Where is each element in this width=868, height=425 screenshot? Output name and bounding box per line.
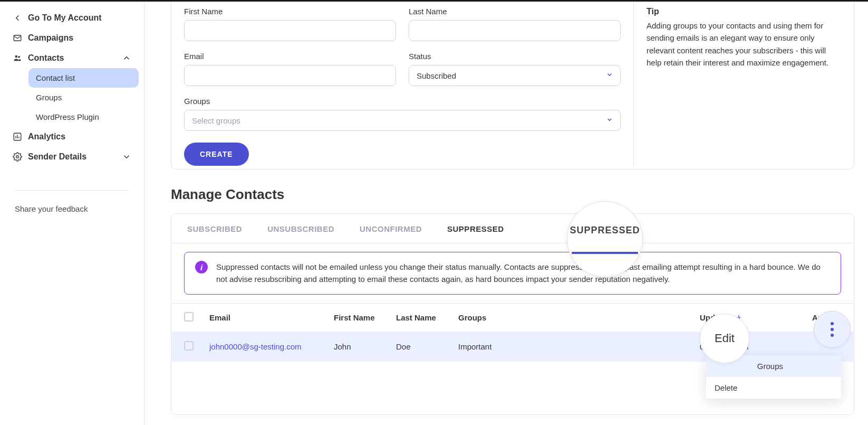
nav-contacts[interactable]: Contacts bbox=[5, 48, 139, 68]
groups-select[interactable]: Select groups bbox=[184, 110, 621, 131]
create-button[interactable]: CREATE bbox=[184, 143, 249, 166]
first-name-input[interactable] bbox=[184, 20, 396, 41]
kebab-icon bbox=[831, 322, 834, 337]
first-name-field: First Name bbox=[184, 7, 396, 41]
tab-unconfirmed[interactable]: UNCONFIRMED bbox=[356, 214, 425, 243]
sub-groups[interactable]: Groups bbox=[28, 88, 139, 107]
sender-details-label: Sender Details bbox=[28, 152, 86, 162]
chevron-up-icon bbox=[122, 53, 131, 63]
main-content: First Name Last Name Email Status bbox=[144, 2, 868, 425]
tip-card: Tip Adding groups to your contacts and u… bbox=[633, 2, 841, 166]
info-banner: i Suppressed contacts will not be emaile… bbox=[184, 252, 841, 295]
tab-suppressed[interactable]: SUPPRESSED bbox=[444, 214, 507, 243]
row-last-name: Doe bbox=[396, 342, 458, 351]
last-name-input[interactable] bbox=[409, 20, 621, 41]
svg-point-4 bbox=[16, 156, 19, 158]
groups-field: Groups Select groups bbox=[184, 97, 621, 131]
tabs: SUBSCRIBED UNSUBSCRIBED UNCONFIRMED SUPP… bbox=[171, 214, 854, 243]
select-all-checkbox[interactable] bbox=[184, 312, 194, 322]
magnifier-text: SUPPRESSED bbox=[570, 225, 640, 236]
svg-point-2 bbox=[18, 56, 20, 58]
last-name-field: Last Name bbox=[409, 7, 621, 41]
row-actions-button[interactable] bbox=[814, 311, 851, 348]
header-first-name[interactable]: First Name bbox=[334, 313, 396, 322]
status-label: Status bbox=[409, 52, 621, 61]
nav-sender-details[interactable]: Sender Details bbox=[5, 147, 139, 167]
edit-bubble-text: Edit bbox=[715, 332, 735, 345]
sidebar: Go To My Account Campaigns Contacts Cont… bbox=[0, 2, 144, 425]
manage-contacts-title: Manage Contacts bbox=[171, 186, 854, 203]
analytics-label: Analytics bbox=[28, 132, 65, 141]
first-name-label: First Name bbox=[184, 7, 396, 16]
edit-highlight-bubble: Edit bbox=[700, 314, 749, 363]
back-to-account[interactable]: Go To My Account bbox=[5, 8, 139, 28]
menu-delete[interactable]: Delete bbox=[706, 377, 841, 399]
campaigns-label: Campaigns bbox=[28, 33, 73, 43]
sub-wordpress-plugin[interactable]: WordPress Plugin bbox=[28, 107, 139, 127]
status-value: Subscribed bbox=[417, 71, 456, 80]
email-field: Email bbox=[184, 52, 396, 86]
tab-unsubscribed[interactable]: UNSUBSCRIBED bbox=[264, 214, 337, 243]
magnifier-underline bbox=[572, 252, 638, 254]
header-groups[interactable]: Groups bbox=[458, 313, 700, 322]
sub-contact-list[interactable]: Contact list bbox=[28, 68, 139, 88]
contacts-table: Email First Name Last Name Groups Update… bbox=[171, 303, 854, 362]
nav-campaigns[interactable]: Campaigns bbox=[5, 28, 139, 48]
feedback-link[interactable]: Share your feedback bbox=[15, 190, 129, 219]
info-icon: i bbox=[195, 261, 208, 273]
row-email[interactable]: john0000@sg-testing.com bbox=[209, 342, 302, 351]
mail-icon bbox=[13, 33, 22, 43]
row-groups: Important bbox=[458, 342, 700, 351]
email-label: Email bbox=[184, 52, 396, 61]
row-first-name: John bbox=[334, 342, 396, 351]
groups-placeholder: Select groups bbox=[192, 116, 240, 125]
magnifier-highlight: SUPPRESSED bbox=[567, 201, 643, 277]
contacts-submenu: Contact list Groups WordPress Plugin bbox=[5, 68, 139, 127]
last-name-label: Last Name bbox=[409, 7, 621, 16]
nav-analytics[interactable]: Analytics bbox=[5, 127, 139, 147]
tab-subscribed[interactable]: SUBSCRIBED bbox=[184, 214, 245, 243]
row-checkbox[interactable] bbox=[184, 341, 194, 351]
header-email[interactable]: Email bbox=[209, 313, 334, 322]
status-field: Status Subscribed bbox=[409, 52, 621, 86]
header-last-name[interactable]: Last Name bbox=[396, 313, 458, 322]
arrow-left-icon bbox=[13, 13, 22, 23]
people-icon bbox=[13, 53, 22, 63]
svg-point-1 bbox=[15, 55, 18, 58]
status-select[interactable]: Subscribed bbox=[409, 65, 621, 86]
info-text: Suppressed contacts will not be emailed … bbox=[216, 261, 830, 286]
chart-icon bbox=[13, 132, 22, 141]
back-label: Go To My Account bbox=[28, 13, 102, 23]
tip-title: Tip bbox=[647, 7, 841, 16]
email-input[interactable] bbox=[184, 65, 396, 86]
gear-icon bbox=[13, 152, 22, 162]
contacts-label: Contacts bbox=[28, 53, 64, 63]
groups-label: Groups bbox=[184, 97, 621, 106]
table-header: Email First Name Last Name Groups Update… bbox=[171, 303, 854, 332]
manage-contacts-card: SUBSCRIBED UNSUBSCRIBED UNCONFIRMED SUPP… bbox=[171, 213, 854, 415]
chevron-down-icon bbox=[122, 152, 131, 162]
tip-body: Adding groups to your contacts and using… bbox=[647, 20, 841, 69]
